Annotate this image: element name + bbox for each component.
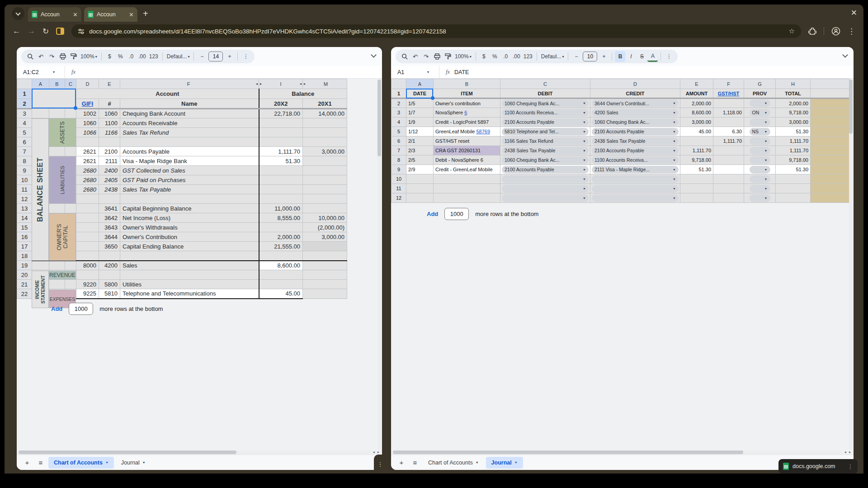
cell-gst[interactable]: 6.30 <box>713 127 744 136</box>
cell-amount[interactable]: 1,111.70 <box>680 146 713 155</box>
dropdown-chip[interactable]: 3644 Owner's Contributi...▼ <box>592 99 679 107</box>
back-icon[interactable]: ← <box>13 27 20 36</box>
cell-account-number[interactable]: 3642 <box>99 213 120 223</box>
dropdown-chip[interactable]: 2100 Accounts Payable▼ <box>502 166 589 174</box>
cell-20x1[interactable] <box>303 185 347 194</box>
cell-item[interactable] <box>434 184 500 193</box>
cell-account-name[interactable]: Accounts Payable <box>120 147 259 156</box>
cell-20x2[interactable]: 22,718.00 <box>259 109 303 118</box>
cell-prov[interactable]: ▼ <box>744 165 776 174</box>
cell-account-number[interactable]: 2405 <box>99 175 120 185</box>
horizontal-scrollbar[interactable] <box>19 450 370 454</box>
cell-gifi[interactable] <box>76 137 99 147</box>
dropdown-chip[interactable]: ▼ <box>750 185 770 192</box>
cell-gifi[interactable]: 9220 <box>76 280 99 289</box>
row-header[interactable]: 14 <box>17 213 32 223</box>
cell-total[interactable]: 1,111.70 <box>776 136 811 146</box>
col-header-A[interactable]: A <box>32 79 49 89</box>
horizontal-scrollbar[interactable] <box>393 450 842 454</box>
cell-account-number[interactable]: 1100 <box>99 118 120 128</box>
add-rows-count-input[interactable]: 1000 <box>444 208 469 220</box>
cell-account-name[interactable] <box>120 137 259 147</box>
grid-corner[interactable] <box>392 79 406 89</box>
dropdown-chip[interactable]: ON▼ <box>750 109 770 117</box>
cell-20x1[interactable]: 3,000.00 <box>303 232 347 242</box>
bold-button[interactable]: B <box>615 51 625 62</box>
print-icon[interactable] <box>57 51 68 62</box>
section-label-income-statement[interactable]: INCOME STATEMENT <box>32 271 49 308</box>
strikethrough-button[interactable]: S <box>637 51 647 62</box>
row-header[interactable]: 12 <box>17 194 32 204</box>
cell-amount[interactable] <box>680 136 713 146</box>
search-icon[interactable] <box>399 51 410 62</box>
cell-item[interactable]: Debit - NovaSphere 6 <box>434 155 500 165</box>
row-header[interactable]: 11 <box>392 184 406 193</box>
cell-20x2[interactable]: 11,000.00 <box>259 204 303 213</box>
header-total[interactable]: TOTAL <box>776 89 811 99</box>
cell-account-name[interactable]: GST Collected on Sales <box>120 166 259 175</box>
cell-item[interactable]: CRA GST 20260131 <box>434 146 500 155</box>
cell-account-number[interactable]: 3641 <box>99 204 120 213</box>
dropdown-chip[interactable]: ▼ <box>750 156 770 164</box>
cell-account-number[interactable]: 1060 <box>99 109 120 118</box>
cell-gifi[interactable] <box>76 223 99 232</box>
font-size-increase[interactable]: + <box>224 51 235 62</box>
col-header-B[interactable]: B <box>434 79 500 89</box>
omnibox[interactable]: docs.google.com/spreadsheets/d/14EEl8I7n… <box>71 24 801 38</box>
cell-account-number[interactable]: 3644 <box>99 232 120 242</box>
cell-20x1[interactable] <box>303 204 347 213</box>
row-header[interactable]: 3 <box>392 108 406 117</box>
cell[interactable] <box>65 109 76 118</box>
cell-gifi[interactable] <box>76 270 99 280</box>
cell-item[interactable] <box>434 193 500 203</box>
cell-date[interactable] <box>406 193 434 203</box>
cell-debit[interactable]: 5810 Telephone and Tel...▼ <box>500 127 590 136</box>
format-currency-button[interactable]: $ <box>479 51 489 62</box>
origin-chip[interactable]: docs.google.com ⋮ <box>778 459 858 474</box>
cell-gifi[interactable]: 1002 <box>76 109 99 118</box>
col-header-C[interactable]: C <box>65 79 76 89</box>
col-header-F[interactable]: F <box>713 79 744 89</box>
cell[interactable] <box>32 261 49 270</box>
cell-debit[interactable]: ▼ <box>500 193 590 203</box>
add-sheet-icon[interactable]: + <box>396 459 407 466</box>
cell-debit[interactable]: ▼ <box>500 184 590 193</box>
cell[interactable] <box>49 280 65 289</box>
dropdown-chip[interactable]: 2100 Accounts Payable▼ <box>502 118 589 126</box>
cell[interactable] <box>49 204 65 213</box>
cell-gst[interactable]: 1,118.00 <box>713 108 744 117</box>
cell-20x1[interactable] <box>303 194 347 204</box>
cell-20x2[interactable] <box>259 223 303 232</box>
row-header[interactable]: 10 <box>392 174 406 184</box>
cell-total[interactable] <box>776 174 811 184</box>
row-header[interactable]: 11 <box>17 185 32 194</box>
search-icon[interactable] <box>25 51 35 62</box>
extensions-icon[interactable] <box>808 27 816 35</box>
cell-gifi[interactable]: 2680 <box>76 185 99 194</box>
header-amount[interactable]: AMOUNT <box>680 89 713 99</box>
cell-20x2[interactable] <box>259 128 303 137</box>
add-rows-button[interactable]: Add <box>51 305 62 312</box>
cell-date[interactable] <box>406 174 434 184</box>
cell-date[interactable] <box>406 184 434 193</box>
window-close-button[interactable]: ✕ <box>851 8 857 18</box>
cell-debit[interactable]: 2100 Accounts Payable▼ <box>500 165 590 174</box>
cell[interactable] <box>65 147 76 156</box>
close-icon[interactable]: ✕ <box>129 11 134 18</box>
cell-date[interactable]: 1/9 <box>406 117 434 127</box>
row-header[interactable]: 22 <box>17 289 32 299</box>
cell-gifi[interactable] <box>76 232 99 242</box>
cell-20x1[interactable] <box>303 261 347 270</box>
close-icon[interactable]: ✕ <box>73 11 78 18</box>
col-header-I[interactable]: ▸I◂ <box>259 79 303 89</box>
cell-total[interactable]: 1,111.70 <box>776 146 811 155</box>
row-header[interactable]: 5 <box>17 128 32 137</box>
cell-credit[interactable]: ▼ <box>590 174 680 184</box>
row-header[interactable]: 9 <box>17 166 32 175</box>
cell-extra[interactable] <box>811 155 849 165</box>
cell-gst[interactable] <box>713 155 744 165</box>
cell-account-name[interactable]: Visa - Maple Ridge Bank <box>120 156 259 166</box>
dropdown-chip[interactable]: ▼ <box>750 175 770 183</box>
cell-account-number[interactable]: 3650 <box>99 242 120 251</box>
zoom-select[interactable]: 100%▾ <box>79 51 99 62</box>
